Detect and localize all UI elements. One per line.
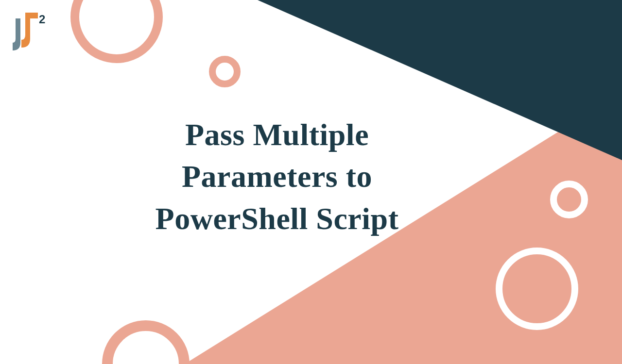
circle-decoration-top-left (70, 0, 163, 63)
page-title: Pass Multiple Parameters to PowerShell S… (78, 114, 476, 240)
title-line-3: PowerShell Script (78, 198, 476, 240)
circle-decoration-bottom-left (102, 320, 190, 364)
circle-decoration-mid-small (209, 56, 241, 87)
title-line-1: Pass Multiple (78, 114, 476, 156)
hero-banner: 2 Pass Multiple Parameters to PowerShell… (0, 0, 622, 364)
circle-decoration-bottom-right-large (496, 248, 578, 330)
site-logo-icon: 2 (11, 9, 50, 52)
circle-decoration-bottom-right-small (550, 181, 588, 218)
title-line-2: Parameters to (78, 156, 476, 198)
svg-text:2: 2 (39, 13, 45, 26)
